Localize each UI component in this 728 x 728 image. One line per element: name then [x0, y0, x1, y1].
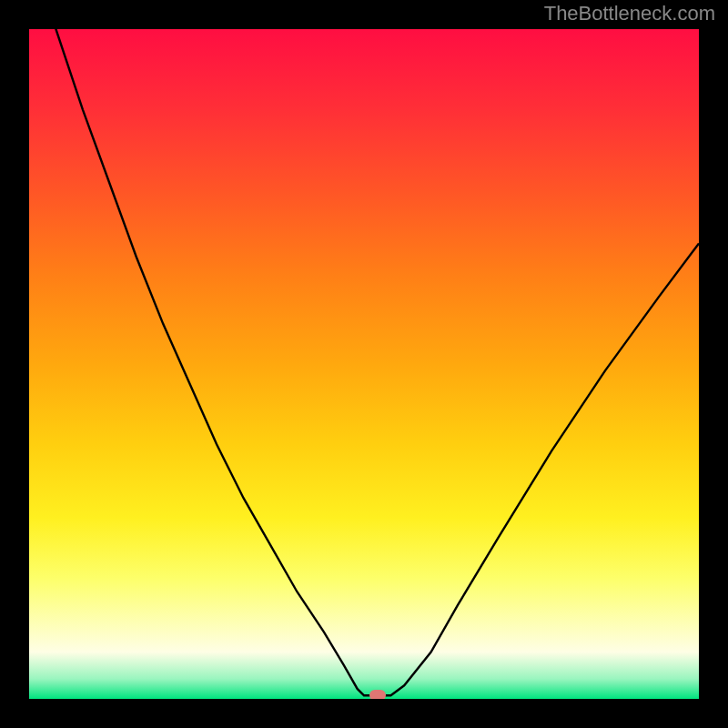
plot-area	[29, 29, 699, 699]
chart-frame: TheBottleneck.com	[0, 0, 728, 728]
watermark-text: TheBottleneck.com	[544, 2, 715, 25]
minimum-marker	[369, 690, 386, 699]
curve-path	[29, 29, 699, 695]
bottleneck-curve	[29, 29, 699, 699]
